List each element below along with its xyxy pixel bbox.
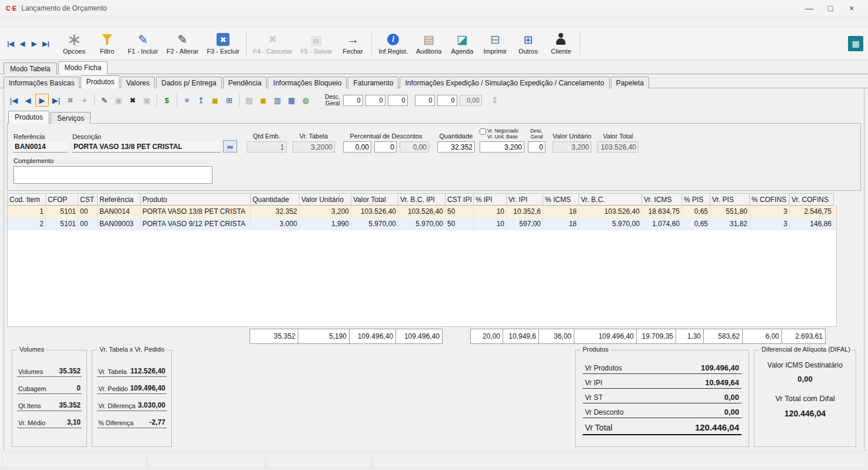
desc-geral-field-2[interactable] <box>365 95 385 106</box>
agenda-button[interactable]: Agenda <box>445 28 478 59</box>
col-header-icms[interactable]: % ICMS <box>543 193 579 206</box>
cell-quantidade: 32.352 <box>251 206 300 218</box>
tab-modo-ficha[interactable]: Modo Ficha <box>58 61 108 74</box>
tab-faturamento[interactable]: Faturamento <box>348 77 398 88</box>
col-header-cod-item[interactable]: Cod. Item <box>8 193 46 206</box>
tab-informacoes-basicas[interactable]: Informações Basicas <box>4 77 79 88</box>
complemento-field[interactable] <box>14 166 212 184</box>
col-header-cst-ipi[interactable]: CST IPI <box>445 193 474 206</box>
col-header-cst[interactable]: CST <box>78 193 98 206</box>
table-button[interactable]: ▦ <box>285 94 298 107</box>
cancel-edit-button[interactable]: ✖ <box>126 94 139 107</box>
clipboard-button[interactable]: ▤ <box>242 94 256 107</box>
produtos-tab-page: |◀◀▶▶|✖+✎▣✖▣$≡↥◼⊞▤◼▥▦◍ Desc. Geral ⇩ Pro… <box>4 88 864 451</box>
nav-first-button[interactable]: |◀ <box>7 94 21 107</box>
globe-button[interactable]: ◍ <box>299 94 312 107</box>
nav-prev-button[interactable]: ◀ <box>16 37 28 51</box>
col-header-ipi[interactable]: % IPI <box>474 193 507 206</box>
imprimir-button[interactable]: Imprimir <box>478 28 511 59</box>
edit-button[interactable]: ✎ <box>98 94 111 107</box>
valor-unitario-field <box>553 141 591 153</box>
col-header-vr-b-c[interactable]: Vr. B.C. <box>579 193 642 206</box>
fechar-button[interactable]: Fechar <box>336 28 369 59</box>
cell-vr-icms: 18.634,75 <box>642 206 682 218</box>
tab-modo-tabela[interactable]: Modo Tabela <box>4 62 57 74</box>
col-header-vr-ipi[interactable]: Vr. IPI <box>507 193 543 206</box>
clear-button[interactable]: ✖ <box>64 94 77 107</box>
document-button[interactable]: ▥ <box>271 94 284 107</box>
grid-body[interactable]: 1510100BAN0014PORTA VASO 13/8 PET CRISTA… <box>7 206 837 327</box>
panel-toggle-icon[interactable]: ▦ <box>848 36 863 51</box>
desconto-1-field[interactable] <box>343 141 371 153</box>
vr-negociado-checkbox[interactable] <box>480 128 486 135</box>
tab-produtos[interactable]: Produtos <box>81 75 119 88</box>
nav-last-button[interactable]: ▶| <box>40 37 52 51</box>
col-header-pis[interactable]: % PIS <box>682 193 710 206</box>
nav-last-button[interactable]: ▶| <box>49 94 63 107</box>
list-button[interactable]: ≡ <box>180 94 194 107</box>
mode-tabs: Modo TabelaModo Ficha <box>0 60 868 74</box>
export-button[interactable]: ↥ <box>194 94 208 107</box>
package-button[interactable]: ◼ <box>257 94 270 107</box>
close-icon[interactable]: × <box>841 4 862 13</box>
f1-incluir-button[interactable]: F1 - Incluir <box>124 28 162 59</box>
copy-button[interactable]: ⊞ <box>222 94 236 107</box>
f5-salvar-button: F5 - Salvar <box>297 28 337 59</box>
inf-regist-button[interactable]: Inf.Regist. <box>374 28 412 59</box>
detail-separator <box>239 94 240 106</box>
detail-toolbar-icons: |◀◀▶▶|✖+✎▣✖▣$≡↥◼⊞▤◼▥▦◍ <box>7 91 312 110</box>
vr-negociado-field[interactable] <box>480 141 524 153</box>
table-row[interactable]: 1510100BAN0014PORTA VASO 13/8 PET CRISTA… <box>8 206 836 218</box>
desc-geral-field-1[interactable] <box>343 95 363 106</box>
cliente-button[interactable]: Cliente <box>544 28 577 59</box>
tab-papeleta[interactable]: Papeleta <box>611 77 649 88</box>
desconto-2-field[interactable] <box>374 141 397 153</box>
nav-prev-button[interactable]: ◀ <box>21 94 35 107</box>
quantidade-field[interactable] <box>437 141 475 153</box>
add-button[interactable]: + <box>78 94 91 107</box>
table-row[interactable]: 2510100BAN09003PORTA VASO 9/12 PET CRIST… <box>8 218 836 230</box>
desc-geral-field-3[interactable] <box>388 95 408 106</box>
tab-informacoes-expedicao-simulacao-expedicao-cancelamento[interactable]: Informações Expedição / Simulação Expedi… <box>400 77 609 88</box>
col-header-valor-unitario[interactable]: Valor Unitário <box>300 193 351 206</box>
search-product-button[interactable]: ∞ <box>223 140 237 153</box>
maximize-icon[interactable]: □ <box>820 4 841 13</box>
money-button[interactable]: $ <box>160 94 174 107</box>
opcoes-button[interactable]: Opcoes <box>58 28 91 59</box>
tab-dados-p-entrega[interactable]: Dados p/ Entrega <box>156 77 221 88</box>
nav-next-button[interactable]: ▶ <box>35 94 49 107</box>
apply-discount-icon[interactable]: ⇩ <box>488 94 501 107</box>
col-header-valor-total[interactable]: Valor Total <box>351 193 398 206</box>
tab-valores[interactable]: Valores <box>121 77 155 88</box>
f3-excluir-button[interactable]: F3 - Excluir <box>202 28 244 59</box>
auditoria-button[interactable]: Auditoria <box>412 28 445 59</box>
col-header-referencia[interactable]: Referência <box>98 193 141 206</box>
col-header-vr-b-c-ipi[interactable]: Vr. B.C. IPI <box>398 193 445 206</box>
case-button[interactable]: ◼ <box>208 94 222 107</box>
menu-strip <box>0 16 868 27</box>
nav-first-button[interactable]: |◀ <box>5 37 16 51</box>
f2-alterar-button[interactable]: F2 - Alterar <box>162 28 202 59</box>
tab-produtos[interactable]: Produtos <box>8 111 49 124</box>
col-header-vr-cofins[interactable]: Vr. COFINS <box>790 193 834 206</box>
volumes-label: Volumes <box>18 368 43 375</box>
post-button[interactable]: ▣ <box>112 94 125 107</box>
nav-next-button[interactable]: ▶ <box>28 37 40 51</box>
col-header-cfop[interactable]: CFOP <box>46 193 78 206</box>
col-header-vr-icms[interactable]: Vr. ICMS <box>642 193 682 206</box>
col-header-quantidade[interactable]: Quantidade <box>251 193 300 206</box>
desc-geral-field-5[interactable] <box>437 95 457 106</box>
filtro-button[interactable]: Filtro <box>91 28 124 59</box>
minimize-icon[interactable]: — <box>799 4 820 13</box>
tab-informacoes-bloqueio[interactable]: Informações Bloqueio <box>268 77 347 88</box>
desc-geral-form-field[interactable] <box>528 141 546 153</box>
tab-servicos[interactable]: Serviços <box>51 112 91 124</box>
col-header-produto[interactable]: Produto <box>141 193 251 206</box>
desc-geral-field-4[interactable] <box>415 95 435 106</box>
outros-button[interactable]: Outros <box>511 28 544 59</box>
col-header-vr-pis[interactable]: Vr. PIS <box>710 193 750 206</box>
save-disk-button[interactable]: ▣ <box>140 94 154 107</box>
tab-pendencia[interactable]: Pendência <box>223 77 267 88</box>
col-header-cofins[interactable]: % COFINS <box>750 193 790 206</box>
app-window: C∙E Lançamento de Orçamento — □ × |◀◀▶▶|… <box>0 0 868 451</box>
